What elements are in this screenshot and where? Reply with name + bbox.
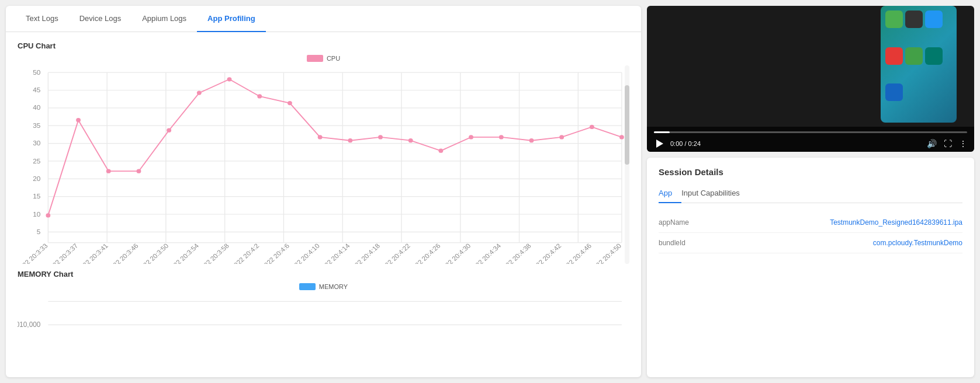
cpu-point bbox=[318, 135, 323, 139]
volume-icon[interactable]: 🔊 bbox=[927, 139, 937, 148]
svg-text:35: 35 bbox=[33, 122, 40, 129]
cpu-chart-title: CPU Chart bbox=[18, 41, 629, 50]
video-controls-row: 0:00 / 0:24 🔊 ⛶ ⋮ bbox=[654, 138, 967, 149]
session-row-appname: appName TestmunkDemo_Resigned1642839611.… bbox=[659, 213, 962, 233]
cpu-point bbox=[469, 135, 473, 139]
cpu-line bbox=[48, 79, 622, 215]
fullscreen-icon[interactable]: ⛶ bbox=[944, 139, 952, 148]
play-button[interactable] bbox=[654, 138, 666, 149]
tab-appium-logs[interactable]: Appium Logs bbox=[131, 6, 197, 32]
cpu-point bbox=[137, 169, 141, 173]
app-icon-3 bbox=[925, 11, 943, 28]
svg-text:31-1-2022 20:3:33: 31-1-2022 20:3:33 bbox=[18, 242, 49, 264]
appname-value: TestmunkDemo_Resigned1642839611.ipa bbox=[830, 218, 962, 227]
tab-device-logs[interactable]: Device Logs bbox=[69, 6, 132, 32]
cpu-point bbox=[257, 94, 262, 98]
session-tabs: App Input Capabilities bbox=[659, 184, 962, 203]
svg-text:50: 50 bbox=[33, 69, 40, 76]
chart-area: CPU Chart CPU bbox=[6, 32, 641, 374]
cpu-legend: CPU bbox=[18, 55, 629, 62]
cpu-point bbox=[46, 213, 50, 217]
app-icon-7 bbox=[885, 83, 903, 101]
svg-text:10: 10 bbox=[33, 211, 40, 218]
svg-text:45: 45 bbox=[33, 87, 40, 94]
video-progress-fill bbox=[654, 131, 670, 133]
svg-text:25: 25 bbox=[33, 158, 40, 165]
current-time: 0:00 bbox=[670, 140, 683, 147]
video-player: 0:00 / 0:24 🔊 ⛶ ⋮ bbox=[647, 6, 974, 152]
memory-chart-svg: 2,010,000 bbox=[18, 294, 629, 340]
cpu-legend-label: CPU bbox=[327, 55, 340, 62]
cpu-chart-svg: 50 45 40 35 30 25 20 15 10 5 bbox=[18, 65, 629, 264]
session-details-title: Session Details bbox=[659, 167, 962, 177]
app-icon-4 bbox=[885, 47, 903, 65]
video-time: 0:00 / 0:24 bbox=[670, 140, 701, 147]
video-controls-left: 0:00 / 0:24 bbox=[654, 138, 701, 149]
session-tab-input-capabilities[interactable]: Input Capabilities bbox=[681, 184, 749, 203]
svg-text:5: 5 bbox=[37, 228, 41, 235]
cpu-point bbox=[167, 128, 171, 133]
app-icon-2 bbox=[905, 11, 923, 28]
cpu-point bbox=[76, 118, 81, 122]
cpu-point bbox=[438, 149, 443, 153]
session-row-bundleid: bundleId com.pcloudy.TestmunkDemo bbox=[659, 233, 962, 253]
svg-text:2,010,000: 2,010,000 bbox=[18, 321, 41, 329]
session-tab-app[interactable]: App bbox=[659, 184, 681, 203]
cpu-point bbox=[106, 169, 111, 173]
tab-text-logs[interactable]: Text Logs bbox=[15, 6, 69, 32]
scrollbar-track[interactable] bbox=[625, 65, 629, 264]
main-panel: Text Logs Device Logs Appium Logs App Pr… bbox=[6, 6, 641, 377]
svg-text:30: 30 bbox=[33, 140, 40, 147]
scrollbar-thumb[interactable] bbox=[625, 85, 629, 165]
svg-text:20: 20 bbox=[33, 175, 40, 182]
cpu-point bbox=[590, 125, 594, 129]
phone-preview bbox=[881, 6, 957, 123]
memory-legend-label: MEMORY bbox=[319, 283, 348, 290]
svg-text:40: 40 bbox=[33, 105, 40, 112]
memory-chart-container: 2,010,000 bbox=[18, 294, 629, 340]
cpu-legend-box bbox=[307, 55, 323, 62]
bundleid-key: bundleId bbox=[659, 239, 685, 247]
cpu-point bbox=[408, 138, 413, 142]
app-icon-6 bbox=[925, 47, 943, 65]
tab-app-profiling[interactable]: App Profiling bbox=[197, 6, 266, 32]
video-controls-right: 🔊 ⛶ ⋮ bbox=[927, 139, 967, 148]
cpu-point bbox=[227, 77, 232, 81]
app-icon-1 bbox=[885, 11, 903, 28]
cpu-point bbox=[348, 138, 352, 142]
more-options-icon[interactable]: ⋮ bbox=[959, 139, 967, 148]
cpu-point bbox=[529, 138, 534, 142]
cpu-point bbox=[499, 135, 504, 139]
memory-section: MEMORY Chart MEMORY 2,010,000 bbox=[18, 270, 629, 340]
svg-text:15: 15 bbox=[33, 193, 40, 200]
app-icon-5 bbox=[905, 47, 923, 65]
appname-key: appName bbox=[659, 218, 689, 227]
cpu-point bbox=[559, 135, 564, 139]
play-icon bbox=[656, 140, 663, 148]
right-panel: 0:00 / 0:24 🔊 ⛶ ⋮ Session Details App In… bbox=[647, 6, 974, 377]
memory-chart-title: MEMORY Chart bbox=[18, 270, 629, 278]
video-controls: 0:00 / 0:24 🔊 ⛶ ⋮ bbox=[647, 127, 974, 152]
total-time: 0:24 bbox=[688, 140, 701, 147]
tab-bar: Text Logs Device Logs Appium Logs App Pr… bbox=[6, 6, 641, 32]
cpu-chart-container: 50 45 40 35 30 25 20 15 10 5 bbox=[18, 65, 629, 264]
bundleid-value: com.pcloudy.TestmunkDemo bbox=[873, 239, 962, 247]
video-progress-bar[interactable] bbox=[654, 131, 967, 133]
session-details-panel: Session Details App Input Capabilities a… bbox=[647, 158, 974, 377]
cpu-point bbox=[619, 135, 624, 139]
cpu-point bbox=[378, 135, 383, 139]
memory-legend-box bbox=[299, 283, 316, 290]
cpu-point bbox=[288, 101, 292, 105]
memory-legend: MEMORY bbox=[18, 283, 629, 290]
cpu-point bbox=[197, 90, 202, 95]
